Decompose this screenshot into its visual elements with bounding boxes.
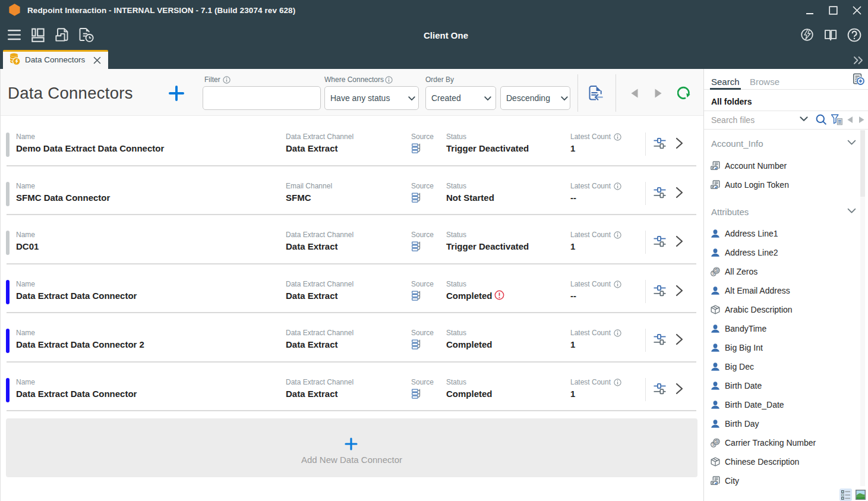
svg-text:S: S [715,439,718,443]
svg-text:S: S [715,268,718,272]
